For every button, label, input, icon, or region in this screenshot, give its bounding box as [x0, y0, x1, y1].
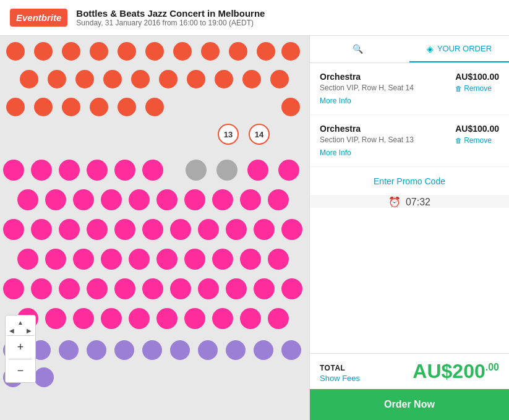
timer-content: ⏰ 07:32	[388, 196, 430, 208]
remove-label: Remove	[464, 84, 492, 93]
show-fees-link[interactable]: Show Fees	[320, 374, 360, 383]
order-now-button[interactable]: Order Now	[310, 389, 509, 420]
total-row: TOTAL Show Fees AU$200.00	[320, 360, 499, 383]
item-price-area: AU$100.00 🗑 Remove	[455, 72, 499, 93]
order-icon: ◈	[427, 44, 434, 54]
item-title: Orchestra	[320, 124, 414, 134]
seat-13-label: 13	[224, 130, 233, 139]
clock-icon: ⏰	[388, 196, 401, 208]
remove-button[interactable]: 🗑 Remove	[455, 84, 499, 93]
item-title: Orchestra	[320, 72, 414, 82]
eventbrite-logo: Eventbrite	[10, 9, 67, 27]
search-icon: 🔍	[353, 44, 363, 54]
total-left: TOTAL Show Fees	[320, 364, 360, 383]
header: Eventbrite Bottles & Beats Jazz Concert …	[0, 0, 509, 36]
order-items: Orchestra Section VIP, Row H, Seat 14 Mo…	[310, 63, 509, 353]
item-price: AU$100.00	[455, 72, 499, 82]
remove-label: Remove	[464, 136, 492, 145]
right-panel: 🔍 ◈ YOUR ORDER Orchestra Section VIP, Ro…	[309, 36, 509, 420]
total-amount-value: AU$200	[413, 360, 485, 382]
panel-tabs: 🔍 ◈ YOUR ORDER	[310, 36, 509, 63]
promo-code-link[interactable]: Enter Promo Code	[374, 176, 445, 186]
more-info-link[interactable]: More Info	[320, 96, 351, 105]
tab-order-label: YOUR ORDER	[437, 44, 492, 53]
seat-13-badge[interactable]: 13	[218, 124, 239, 145]
order-item: Orchestra Section VIP, Row H, Seat 14 Mo…	[310, 63, 509, 115]
seat-14-badge[interactable]: 14	[249, 124, 270, 145]
zoom-in-button[interactable]: +	[6, 336, 35, 359]
total-label: TOTAL	[320, 364, 360, 372]
more-info-link[interactable]: More Info	[320, 148, 351, 157]
order-item: Orchestra Section VIP, Row H, Seat 13 Mo…	[310, 115, 509, 167]
item-details: Orchestra Section VIP, Row H, Seat 13 Mo…	[320, 124, 414, 158]
zoom-controls: + −	[5, 335, 36, 383]
total-amount: AU$200.00	[413, 360, 499, 382]
remove-button[interactable]: 🗑 Remove	[455, 136, 499, 145]
promo-code-section: Enter Promo Code	[310, 167, 509, 196]
seat-14-label: 14	[255, 130, 263, 139]
total-bar: TOTAL Show Fees AU$200.00	[310, 353, 509, 389]
item-price-area: AU$100.00 🗑 Remove	[455, 124, 499, 145]
arrow-up[interactable]: ▲	[17, 319, 24, 326]
timer-area: ⏰ 07:32	[310, 196, 509, 208]
seat-map[interactable]: 13 14	[0, 36, 309, 420]
item-subtitle: Section VIP, Row H, Seat 13	[320, 135, 414, 144]
tab-search[interactable]: 🔍	[310, 36, 409, 62]
total-amount-area: AU$200.00	[413, 360, 499, 383]
item-price: AU$100.00	[455, 124, 499, 134]
arrow-left[interactable]: ◀	[9, 327, 14, 334]
zoom-out-button[interactable]: −	[6, 359, 35, 382]
timer-value: 07:32	[406, 197, 430, 208]
event-info: Bottles & Beats Jazz Concert in Melbourn…	[76, 8, 265, 27]
event-title: Bottles & Beats Jazz Concert in Melbourn…	[76, 8, 265, 19]
tab-your-order[interactable]: ◈ YOUR ORDER	[409, 36, 509, 62]
item-details: Orchestra Section VIP, Row H, Seat 14 Mo…	[320, 72, 414, 106]
event-date: Sunday, 31 January 2016 from 16:00 to 19…	[76, 19, 265, 27]
total-amount-cents: .00	[485, 362, 499, 372]
dot-grid: 13 14	[0, 36, 309, 420]
arrow-right[interactable]: ▶	[27, 327, 32, 334]
item-subtitle: Section VIP, Row H, Seat 14	[320, 84, 414, 92]
trash-icon: 🗑	[455, 137, 462, 144]
trash-icon: 🗑	[455, 85, 462, 92]
